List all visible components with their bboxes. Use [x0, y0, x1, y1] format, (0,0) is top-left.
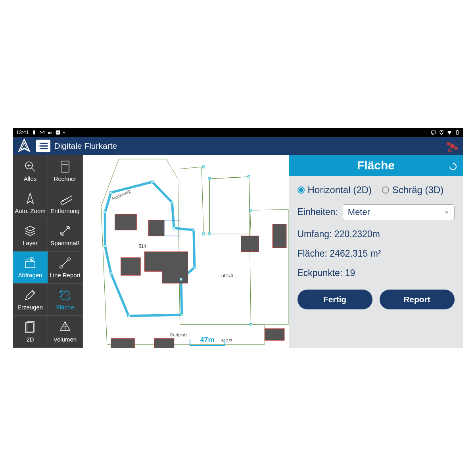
radio-schraeg-3d[interactable]: Schräg (3D)	[382, 184, 443, 196]
svg-point-13	[39, 145, 40, 146]
svg-rect-69	[127, 315, 130, 317]
refresh-icon[interactable]	[448, 161, 458, 170]
street-label: Dorfplatz	[170, 332, 187, 337]
tool-layer[interactable]: Layer	[13, 219, 48, 251]
query-icon	[23, 256, 37, 270]
app-logo-icon	[16, 138, 32, 154]
tool-entfernung[interactable]: Entfernung	[48, 187, 83, 219]
svg-rect-0	[33, 131, 35, 134]
tool-label: Fläche	[56, 304, 74, 311]
svg-rect-7	[456, 131, 458, 134]
wifi-icon	[447, 130, 452, 135]
tool-label: 2D	[26, 336, 34, 343]
tool-volumen[interactable]: Volumen	[48, 316, 83, 348]
svg-rect-46	[25, 322, 33, 333]
svg-line-19	[32, 168, 35, 171]
volume-icon	[58, 320, 72, 334]
panel-title: Fläche	[357, 159, 395, 172]
svg-point-2	[48, 132, 50, 134]
svg-rect-51	[148, 220, 164, 236]
svg-line-36	[63, 228, 67, 233]
compass-icon	[23, 192, 37, 206]
svg-rect-66	[193, 266, 196, 269]
scale-bar: 47m	[190, 339, 225, 346]
tool-erzeugen[interactable]: Erzeugen	[13, 284, 48, 316]
svg-rect-3	[50, 132, 52, 133]
android-statusbar: 13:41 •	[13, 128, 463, 137]
menu-button[interactable]	[36, 140, 50, 152]
check-icon	[55, 130, 61, 135]
caret-down-icon	[444, 207, 449, 217]
tool-label: Layer	[23, 240, 38, 246]
svg-rect-77	[202, 232, 205, 235]
svg-rect-17	[449, 143, 455, 149]
area-value: Fläche: 2462.315 m²	[298, 248, 455, 259]
svg-rect-56	[273, 224, 286, 248]
tool-rechner[interactable]: Rechner	[48, 155, 83, 187]
parcel-label: 514	[138, 243, 146, 249]
area-panel: Fläche Horizontal (2D) Schräg (3D)	[289, 155, 463, 348]
tool-autozoom[interactable]: Auto. Zoom	[13, 187, 48, 219]
page-title: Digitale Flurkarte	[54, 141, 117, 151]
radio-dot-icon	[298, 186, 305, 194]
cast-icon	[431, 130, 436, 135]
svg-rect-50	[115, 214, 136, 230]
svg-rect-58	[111, 338, 134, 348]
app-header: Digitale Flurkarte	[13, 137, 463, 155]
svg-rect-67	[180, 278, 182, 280]
tool-label: Abfragen	[18, 272, 42, 278]
dot-icon: •	[63, 129, 65, 135]
tool-2d[interactable]: 2D	[13, 316, 48, 348]
svg-rect-22	[61, 161, 69, 172]
key-icon	[47, 130, 53, 135]
pencil-icon	[23, 288, 37, 302]
perimeter-value: Umfang: 220.2320m	[298, 229, 455, 240]
svg-rect-78	[208, 232, 211, 235]
svg-rect-68	[180, 313, 183, 316]
vertices-value: Eckpunkte: 19	[298, 268, 455, 278]
svg-rect-60	[104, 211, 106, 213]
tool-label: Auto. Zoom	[15, 207, 46, 214]
tool-label: Erzeugen	[17, 304, 43, 311]
svg-rect-55	[241, 236, 259, 251]
zoom-all-icon	[23, 159, 37, 174]
svg-rect-1	[34, 130, 35, 131]
svg-point-12	[39, 142, 40, 144]
done-button[interactable]: Fertig	[298, 290, 372, 309]
svg-rect-47	[27, 322, 35, 332]
mail-icon	[39, 130, 45, 135]
units-label: Einheiten:	[298, 207, 338, 217]
battery2-icon	[455, 130, 460, 135]
svg-rect-16	[454, 146, 458, 150]
map2d-icon	[23, 320, 37, 334]
tool-label: Volumen	[54, 336, 77, 343]
tool-linereport[interactable]: Line Report	[48, 251, 83, 284]
span-icon	[58, 224, 72, 238]
svg-rect-73	[208, 177, 211, 180]
svg-rect-59	[154, 338, 174, 348]
tool-alles[interactable]: Alles	[13, 155, 48, 187]
svg-line-43	[62, 260, 68, 266]
svg-rect-15	[446, 142, 451, 146]
satellite-icon[interactable]	[444, 138, 460, 154]
svg-rect-70	[109, 272, 112, 274]
tool-abfragen[interactable]: Abfragen	[13, 251, 48, 284]
units-select[interactable]: Meter	[343, 204, 455, 220]
tool-flaeche[interactable]: Fläche	[48, 284, 83, 316]
report-button[interactable]: Report	[380, 290, 455, 309]
radio-horizontal-2d[interactable]: Horizontal (2D)	[298, 184, 372, 196]
svg-rect-62	[151, 180, 154, 183]
svg-rect-39	[25, 261, 35, 268]
tool-label: Entfernung	[50, 207, 79, 214]
svg-rect-75	[250, 209, 252, 211]
calculator-icon	[58, 159, 72, 174]
location-icon	[439, 130, 444, 135]
map-canvas[interactable]: Röderweg Dorfplatz 514 501/4 512/2 47m	[83, 155, 289, 348]
projection-radios: Horizontal (2D) Schräg (3D)	[298, 184, 455, 196]
svg-point-14	[39, 148, 40, 149]
tool-label: Alles	[24, 175, 37, 182]
svg-point-6	[441, 131, 441, 132]
layers-icon	[23, 224, 37, 238]
tool-spannmass[interactable]: Spannmaß	[48, 219, 83, 251]
tool-label: Line Report	[50, 272, 81, 278]
